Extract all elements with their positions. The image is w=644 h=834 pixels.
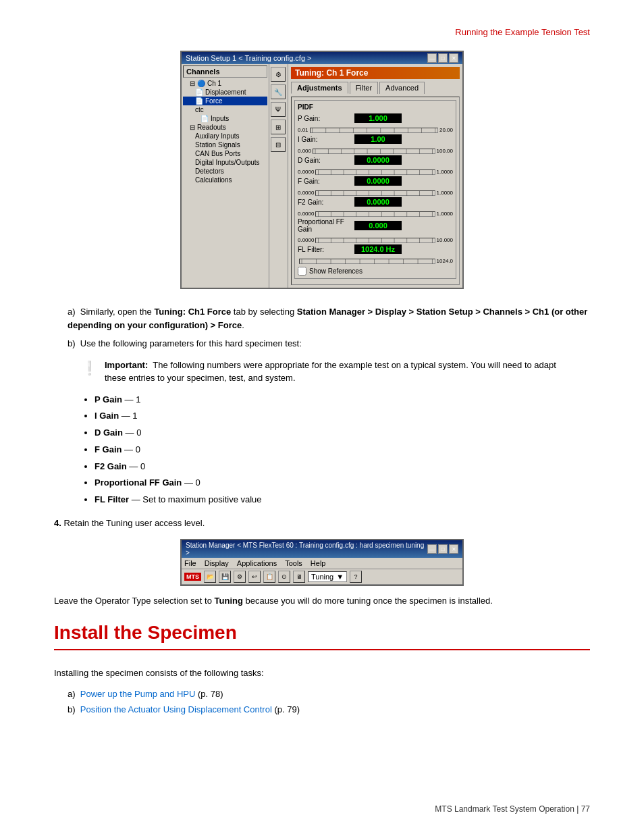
expand-icon: ⊟ [190, 80, 195, 87]
bullet-fl-filter: FL Filter — Set to maximum positive valu… [95, 493, 590, 507]
p-gain-label: P Gain: [298, 115, 352, 122]
fl-filter-row: FL Filter: 1024.0 Hz [298, 244, 453, 254]
task-a-link[interactable]: Power up the Pump and HPU [80, 689, 196, 699]
inputs-icon: 📄 [200, 115, 209, 122]
tree-item-readouts: ⊟ Readouts [183, 123, 267, 132]
f2-gain-slider: 0.0000 |||||||||| 1.0000 [298, 211, 453, 217]
window-body: Channels ⊟ 🔵 Ch 1 📄 Displacement 📄 Force [182, 64, 462, 288]
f2-gain-row: F2 Gain: 0.0000 [298, 197, 453, 207]
tree-header: Channels [183, 66, 267, 78]
tab-filter: Filter [350, 82, 378, 94]
menu-file: File [184, 559, 196, 567]
bullet-i-gain: I Gain — 1 [95, 409, 590, 423]
icon-btn-3: Ψ [271, 102, 286, 117]
instruction-b-text: Use the following parameters for this ha… [80, 338, 302, 348]
tree-item-inputs: 📄 Inputs [183, 114, 267, 123]
toolbar-btn-2: 💾 [219, 571, 231, 583]
f-gain-track: |||||||||| [315, 190, 435, 196]
f-gain-row: F Gain: 0.0000 [298, 176, 453, 186]
pidf-label: PIDF [298, 103, 453, 111]
tuning-title: Tuning: Ch 1 Force [291, 67, 460, 79]
tuning-bold: Tuning: Ch1 Force [154, 307, 231, 317]
f-gain-slider: 0.0000 |||||||||| 1.0000 [298, 190, 453, 196]
menu-tools: Tools [285, 559, 302, 567]
p-gain-row: P Gain: 1.000 [298, 113, 453, 123]
important-box: ❕ Important: The following numbers were … [81, 359, 563, 385]
prop-ff-value: 0.000 [354, 221, 402, 230]
f2-gain-label: F2 Gain: [298, 199, 352, 206]
sm-titlebar: Station Manager < MTS FlexTest 60 : Trai… [182, 540, 462, 558]
menu-help: Help [311, 559, 326, 567]
fl-filter-slider: |||||||||| 1024.0 [298, 258, 453, 264]
i-gain-track: |||||||||| [313, 149, 435, 154]
followup-bold: Tuning [215, 596, 243, 606]
task-a-page: (p. 78) [198, 689, 223, 699]
task-b-label: b) [68, 704, 78, 714]
toolbar-btn-help: ? [350, 571, 362, 583]
sm-menubar: File Display Applications Tools Help [182, 558, 462, 569]
instruction-a: a) Similarly, open the Tuning: Ch1 Force… [54, 305, 590, 332]
d-gain-row: D Gain: 0.0000 [298, 155, 453, 165]
tree-item-aux: Auxilary Inputs [183, 132, 267, 140]
tree-panel: Channels ⊟ 🔵 Ch 1 📄 Displacement 📄 Force [182, 64, 269, 288]
displacement-icon: 📄 [195, 88, 203, 96]
followup-text-1: Leave the Operator Type selection set to [54, 596, 215, 606]
toolbar-btn-6: ⊙ [278, 571, 290, 583]
tree-item-calculations: Calculations [183, 176, 267, 184]
prop-ff-track: |||||||||| [315, 238, 435, 243]
prop-ff-label: Proportional FF Gain [298, 218, 352, 233]
task-b-link[interactable]: Position the Actuator Using Displacement… [80, 704, 272, 714]
nav-path-bold: Station Manager > Display > Station Setu… [68, 307, 587, 330]
sm-controls: — □ ✕ [427, 544, 458, 554]
gain-bullet-list: P Gain — 1 I Gain — 1 D Gain — 0 F Gain … [95, 393, 590, 508]
show-refs-checkbox[interactable] [298, 267, 306, 276]
icon-btn-5: ⊟ [271, 137, 286, 152]
show-refs-label: Show References [309, 267, 363, 275]
instruction-b: b) Use the following parameters for this… [54, 337, 590, 350]
maximize-btn: □ [438, 53, 448, 63]
install-task-list: a) Power up the Pump and HPU (p. 78) b) … [68, 686, 590, 718]
operator-type-dropdown[interactable]: Tuning ▼ [308, 571, 347, 582]
sm-title: Station Manager < MTS FlexTest 60 : Trai… [186, 542, 427, 556]
task-a-label: a) [68, 689, 78, 699]
p-gain-slider: 0.01 |||||||||| 20.00 [298, 127, 453, 133]
toolbar-btn-4: ↩ [248, 571, 261, 583]
station-setup-screenshot: Station Setup 1 < Training config.cfg > … [54, 51, 590, 289]
prop-ff-row: Proportional FF Gain 0.000 [298, 218, 453, 233]
bullet-prop-ff: Proportional FF Gain — 0 [95, 476, 590, 490]
step-4: 4. Retain the Tuning user access level. [54, 518, 590, 528]
fl-filter-label: FL Filter: [298, 246, 352, 253]
instructions-section: a) Similarly, open the Tuning: Ch1 Force… [54, 305, 590, 507]
i-gain-row: I Gain: 1.00 [298, 134, 453, 144]
d-gain-value: 0.0000 [354, 155, 402, 165]
step-4-number: 4. [54, 518, 61, 528]
window-controls: — □ ✕ [427, 53, 458, 63]
important-label: Important: [105, 360, 148, 370]
tree-item-displacement: 📄 Displacement [183, 88, 267, 97]
tree-item-detectors: Detectors [183, 167, 267, 176]
install-section: Install the Specimen Installing the spec… [54, 622, 590, 718]
d-gain-label: D Gain: [298, 157, 352, 164]
mts-logo: MTS [184, 573, 201, 581]
tab-advanced: Advanced [379, 82, 425, 94]
p-gain-value: 1.000 [354, 113, 402, 123]
task-b-page: (p. 79) [274, 704, 300, 714]
toolbar-btn-7: 🖥 [293, 571, 305, 583]
station-manager-window: Station Manager < MTS FlexTest 60 : Trai… [180, 539, 464, 586]
tab-adjustments: Adjustments [291, 82, 348, 94]
ch1-icon: 🔵 [197, 80, 205, 87]
i-gain-label: I Gain: [298, 136, 352, 143]
tree-item-station-signals: Station Signals [183, 140, 267, 149]
d-gain-slider: 0.0000 |||||||||| 1.0000 [298, 169, 453, 175]
sm-close: ✕ [449, 544, 458, 554]
fl-filter-value: 1024.0 Hz [354, 244, 402, 254]
window-titlebar: Station Setup 1 < Training config.cfg > … [182, 52, 462, 64]
bullet-p-gain: P Gain — 1 [95, 393, 590, 407]
menu-display: Display [205, 559, 229, 567]
window-title: Station Setup 1 < Training config.cfg > [186, 54, 312, 62]
tree-item-can: CAN Bus Ports [183, 149, 267, 158]
f-gain-value: 0.0000 [354, 176, 402, 186]
f2-gain-value: 0.0000 [354, 197, 402, 207]
f-gain-label: F Gain: [298, 178, 352, 185]
page-footer: MTS Landmark Test System Operation | 77 [435, 804, 590, 814]
